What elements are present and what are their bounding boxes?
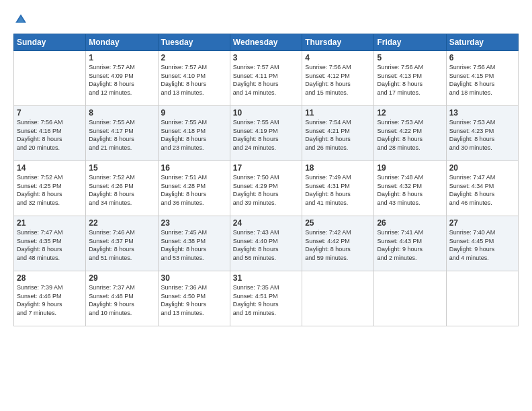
calendar-cell: 4Sunrise: 7:56 AM Sunset: 4:12 PM Daylig… (302, 51, 374, 106)
calendar-cell: 7Sunrise: 7:56 AM Sunset: 4:16 PM Daylig… (14, 106, 86, 161)
day-info: Sunrise: 7:56 AM Sunset: 4:16 PM Dayligh… (17, 118, 83, 152)
calendar-cell (446, 271, 518, 326)
day-info: Sunrise: 7:50 AM Sunset: 4:29 PM Dayligh… (233, 173, 299, 207)
day-info: Sunrise: 7:43 AM Sunset: 4:40 PM Dayligh… (233, 228, 299, 262)
day-info: Sunrise: 7:55 AM Sunset: 4:18 PM Dayligh… (161, 118, 227, 152)
calendar-cell: 5Sunrise: 7:56 AM Sunset: 4:13 PM Daylig… (374, 51, 446, 106)
day-number: 16 (161, 163, 227, 173)
day-number: 22 (89, 218, 154, 228)
day-number: 7 (17, 108, 83, 118)
day-number: 9 (161, 108, 227, 118)
day-info: Sunrise: 7:41 AM Sunset: 4:43 PM Dayligh… (377, 228, 443, 262)
calendar-cell: 12Sunrise: 7:53 AM Sunset: 4:22 PM Dayli… (374, 106, 446, 161)
day-info: Sunrise: 7:57 AM Sunset: 4:11 PM Dayligh… (233, 63, 299, 97)
calendar-cell: 14Sunrise: 7:52 AM Sunset: 4:25 PM Dayli… (14, 161, 86, 216)
day-number: 29 (89, 273, 154, 283)
calendar-cell: 17Sunrise: 7:50 AM Sunset: 4:29 PM Dayli… (230, 161, 302, 216)
day-number: 8 (89, 108, 154, 118)
day-info: Sunrise: 7:56 AM Sunset: 4:12 PM Dayligh… (305, 63, 371, 97)
day-info: Sunrise: 7:40 AM Sunset: 4:45 PM Dayligh… (449, 228, 515, 262)
calendar-cell: 10Sunrise: 7:55 AM Sunset: 4:19 PM Dayli… (230, 106, 302, 161)
weekday-header: Wednesday (230, 34, 302, 51)
day-number: 3 (233, 53, 299, 62)
day-info: Sunrise: 7:56 AM Sunset: 4:13 PM Dayligh… (377, 63, 443, 97)
day-number: 2 (161, 53, 227, 62)
weekday-header: Friday (374, 34, 446, 51)
weekday-header: Sunday (14, 34, 86, 51)
day-number: 5 (377, 53, 443, 62)
weekday-header: Monday (86, 34, 158, 51)
weekday-header: Tuesday (158, 34, 230, 51)
calendar-cell: 13Sunrise: 7:53 AM Sunset: 4:23 PM Dayli… (446, 106, 518, 161)
day-info: Sunrise: 7:39 AM Sunset: 4:46 PM Dayligh… (17, 283, 83, 317)
day-info: Sunrise: 7:57 AM Sunset: 4:09 PM Dayligh… (89, 63, 154, 97)
day-number: 23 (161, 218, 227, 228)
day-number: 25 (305, 218, 371, 228)
day-info: Sunrise: 7:36 AM Sunset: 4:50 PM Dayligh… (161, 283, 227, 317)
day-number: 24 (233, 218, 299, 228)
calendar-header-row: SundayMondayTuesdayWednesdayThursdayFrid… (14, 34, 519, 51)
day-info: Sunrise: 7:48 AM Sunset: 4:32 PM Dayligh… (377, 173, 443, 207)
weekday-header: Thursday (302, 34, 374, 51)
day-number: 13 (449, 108, 515, 118)
day-info: Sunrise: 7:56 AM Sunset: 4:15 PM Dayligh… (449, 63, 515, 97)
calendar-cell: 9Sunrise: 7:55 AM Sunset: 4:18 PM Daylig… (158, 106, 230, 161)
calendar-table: SundayMondayTuesdayWednesdayThursdayFrid… (13, 34, 519, 326)
day-number: 11 (305, 108, 371, 118)
day-info: Sunrise: 7:53 AM Sunset: 4:22 PM Dayligh… (377, 118, 443, 152)
calendar-week-row: 28Sunrise: 7:39 AM Sunset: 4:46 PM Dayli… (14, 271, 519, 326)
day-info: Sunrise: 7:46 AM Sunset: 4:37 PM Dayligh… (89, 228, 154, 262)
day-number: 12 (377, 108, 443, 118)
calendar-cell: 11Sunrise: 7:54 AM Sunset: 4:21 PM Dayli… (302, 106, 374, 161)
logo-icon (13, 12, 28, 27)
calendar-week-row: 14Sunrise: 7:52 AM Sunset: 4:25 PM Dayli… (14, 161, 519, 216)
calendar-week-row: 7Sunrise: 7:56 AM Sunset: 4:16 PM Daylig… (14, 106, 519, 161)
day-info: Sunrise: 7:52 AM Sunset: 4:26 PM Dayligh… (89, 173, 154, 207)
calendar-cell (374, 271, 446, 326)
calendar-cell: 22Sunrise: 7:46 AM Sunset: 4:37 PM Dayli… (86, 216, 158, 271)
calendar-cell: 19Sunrise: 7:48 AM Sunset: 4:32 PM Dayli… (374, 161, 446, 216)
calendar-cell: 24Sunrise: 7:43 AM Sunset: 4:40 PM Dayli… (230, 216, 302, 271)
calendar-cell: 31Sunrise: 7:35 AM Sunset: 4:51 PM Dayli… (230, 271, 302, 326)
calendar-cell: 8Sunrise: 7:55 AM Sunset: 4:17 PM Daylig… (86, 106, 158, 161)
day-number: 21 (17, 218, 83, 228)
weekday-header: Saturday (446, 34, 518, 51)
calendar-cell: 2Sunrise: 7:57 AM Sunset: 4:10 PM Daylig… (158, 51, 230, 106)
calendar-cell (14, 51, 86, 106)
calendar-week-row: 1Sunrise: 7:57 AM Sunset: 4:09 PM Daylig… (14, 51, 519, 106)
day-number: 26 (377, 218, 443, 228)
calendar-cell: 30Sunrise: 7:36 AM Sunset: 4:50 PM Dayli… (158, 271, 230, 326)
calendar-cell: 1Sunrise: 7:57 AM Sunset: 4:09 PM Daylig… (86, 51, 158, 106)
calendar-cell (302, 271, 374, 326)
calendar-cell: 18Sunrise: 7:49 AM Sunset: 4:31 PM Dayli… (302, 161, 374, 216)
calendar-cell: 20Sunrise: 7:47 AM Sunset: 4:34 PM Dayli… (446, 161, 518, 216)
header (13, 12, 519, 27)
calendar-cell: 6Sunrise: 7:56 AM Sunset: 4:15 PM Daylig… (446, 51, 518, 106)
calendar-cell: 29Sunrise: 7:37 AM Sunset: 4:48 PM Dayli… (86, 271, 158, 326)
page: SundayMondayTuesdayWednesdayThursdayFrid… (0, 0, 532, 411)
day-number: 20 (449, 163, 515, 173)
day-number: 18 (305, 163, 371, 173)
day-number: 31 (233, 273, 299, 283)
day-number: 1 (89, 53, 154, 62)
calendar-cell: 15Sunrise: 7:52 AM Sunset: 4:26 PM Dayli… (86, 161, 158, 216)
day-info: Sunrise: 7:55 AM Sunset: 4:19 PM Dayligh… (233, 118, 299, 152)
day-number: 19 (377, 163, 443, 173)
day-info: Sunrise: 7:37 AM Sunset: 4:48 PM Dayligh… (89, 283, 154, 317)
day-info: Sunrise: 7:54 AM Sunset: 4:21 PM Dayligh… (305, 118, 371, 152)
calendar-cell: 26Sunrise: 7:41 AM Sunset: 4:43 PM Dayli… (374, 216, 446, 271)
day-info: Sunrise: 7:55 AM Sunset: 4:17 PM Dayligh… (89, 118, 154, 152)
day-info: Sunrise: 7:47 AM Sunset: 4:35 PM Dayligh… (17, 228, 83, 262)
calendar-cell: 21Sunrise: 7:47 AM Sunset: 4:35 PM Dayli… (14, 216, 86, 271)
day-info: Sunrise: 7:51 AM Sunset: 4:28 PM Dayligh… (161, 173, 227, 207)
day-number: 27 (449, 218, 515, 228)
day-info: Sunrise: 7:45 AM Sunset: 4:38 PM Dayligh… (161, 228, 227, 262)
day-number: 28 (17, 273, 83, 283)
day-info: Sunrise: 7:42 AM Sunset: 4:42 PM Dayligh… (305, 228, 371, 262)
calendar-cell: 27Sunrise: 7:40 AM Sunset: 4:45 PM Dayli… (446, 216, 518, 271)
day-info: Sunrise: 7:57 AM Sunset: 4:10 PM Dayligh… (161, 63, 227, 97)
day-number: 30 (161, 273, 227, 283)
calendar-week-row: 21Sunrise: 7:47 AM Sunset: 4:35 PM Dayli… (14, 216, 519, 271)
day-number: 4 (305, 53, 371, 62)
day-number: 6 (449, 53, 515, 62)
